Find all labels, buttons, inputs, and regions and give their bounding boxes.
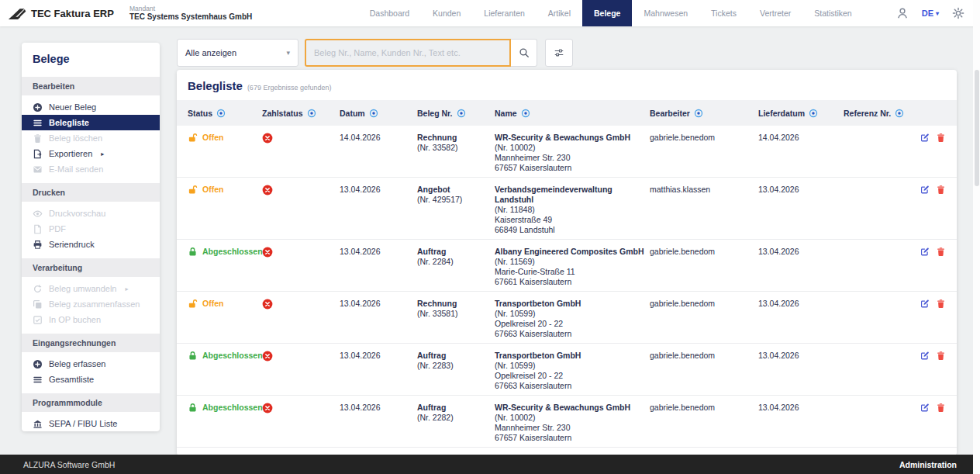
column-header-bearbeiter[interactable]: Bearbeiter bbox=[650, 109, 758, 118]
search-button[interactable] bbox=[511, 39, 537, 67]
table-row[interactable]: Abgeschlossen13.04.2026Auftrag(Nr. 2282)… bbox=[177, 396, 957, 448]
beleg-cell: Angebot(Nr. 429517) bbox=[417, 185, 495, 235]
table-row[interactable]: Abgeschlossen13.04.2026Auftrag(Nr. 2284)… bbox=[177, 240, 957, 292]
column-header-zahlstatus[interactable]: Zahlstatus bbox=[262, 109, 340, 118]
delete-button[interactable] bbox=[936, 247, 946, 257]
sidebar-item-sepa-fibu-liste[interactable]: SEPA / FIBU Liste bbox=[22, 416, 160, 431]
bank-icon bbox=[33, 419, 43, 429]
document-type: Rechnung bbox=[417, 299, 495, 309]
footer: ALZURA Software GmbH Administration bbox=[0, 455, 980, 474]
scrollbar-thumb[interactable] bbox=[975, 70, 979, 186]
row-actions bbox=[915, 351, 946, 391]
edit-button[interactable] bbox=[920, 133, 930, 143]
delete-button[interactable] bbox=[936, 403, 946, 413]
sidebar-item-label: Gesamtliste bbox=[49, 375, 94, 384]
sidebar-item-gesamtliste[interactable]: Gesamtliste bbox=[22, 372, 160, 387]
document-number: (Nr. 33582) bbox=[417, 143, 495, 153]
edit-button[interactable] bbox=[920, 185, 930, 195]
chevron-right-icon: ▸ bbox=[101, 151, 104, 157]
trash-icon bbox=[33, 133, 43, 144]
zahlstatus-cell bbox=[262, 403, 340, 443]
column-header-name[interactable]: Name bbox=[495, 109, 650, 118]
user-icon[interactable] bbox=[896, 7, 909, 19]
sidebar-item-beleg-erfassen[interactable]: Beleg erfassen bbox=[22, 356, 160, 372]
customer-name: Transportbeton GmbH bbox=[495, 299, 650, 309]
unpaid-x-circle-icon bbox=[262, 299, 273, 310]
delete-button[interactable] bbox=[936, 133, 946, 143]
nav-item-belege[interactable]: Belege bbox=[582, 0, 632, 26]
sidebar-item-neuer-beleg[interactable]: Neuer Beleg bbox=[22, 99, 160, 115]
advanced-filter-button[interactable] bbox=[545, 39, 573, 67]
customer-number: (Nr. 10002) bbox=[495, 143, 650, 153]
sidebar-item-label: Exportieren bbox=[49, 149, 92, 158]
column-header-referenz-nr[interactable]: Referenz Nr. bbox=[844, 109, 915, 118]
language-selector[interactable]: DE ▾ bbox=[922, 9, 939, 18]
nav-item-kunden[interactable]: Kunden bbox=[421, 0, 472, 26]
datum-cell: 14.04.2026 bbox=[340, 133, 417, 173]
referenz-cell bbox=[844, 247, 915, 287]
nav-item-tickets[interactable]: Tickets bbox=[699, 0, 748, 26]
zahlstatus-cell bbox=[262, 133, 340, 173]
list-icon bbox=[33, 375, 43, 385]
sidebar: Belege BearbeitenNeuer BelegBeleglisteBe… bbox=[22, 43, 160, 431]
lock-open-icon bbox=[188, 185, 198, 195]
sidebar-item-beleg-l-schen: Beleg löschen bbox=[22, 130, 160, 146]
filter-select[interactable]: Alle anzeigen ▾ bbox=[177, 39, 298, 67]
table-row[interactable]: Abgeschlossen13.04.2026Auftrag(Nr. 2283)… bbox=[177, 344, 957, 396]
datum-cell: 13.04.2026 bbox=[340, 351, 417, 391]
nav-item-statistiken[interactable]: Statistiken bbox=[802, 0, 863, 26]
row-actions bbox=[915, 403, 946, 443]
sidebar-item-seriendruck[interactable]: Seriendruck bbox=[22, 237, 160, 252]
customer-street: Opelkreisel 20 - 22 bbox=[495, 319, 650, 329]
sidebar-item-exportieren[interactable]: Exportieren▸ bbox=[22, 146, 160, 161]
delete-button[interactable] bbox=[936, 185, 946, 195]
table-row[interactable]: Offen13.04.2026Angebot(Nr. 429517)Verban… bbox=[177, 178, 957, 240]
customer-city: 67663 Kaiserslautern bbox=[495, 329, 650, 339]
column-header-beleg-nr[interactable]: Beleg Nr. bbox=[417, 109, 495, 118]
column-header-status[interactable]: Status bbox=[188, 109, 262, 118]
nav-item-lieferanten[interactable]: Lieferanten bbox=[472, 0, 537, 26]
column-header-datum[interactable]: Datum bbox=[340, 109, 417, 118]
lock-closed-icon bbox=[188, 403, 198, 413]
customer-city: 67657 Kaiserslautern bbox=[495, 163, 650, 173]
app-logo[interactable]: TEC Faktura ERP bbox=[0, 6, 117, 20]
delete-button[interactable] bbox=[936, 299, 946, 309]
document-number: (Nr. 2282) bbox=[417, 413, 495, 423]
customer-street: Kaiserstraße 49 bbox=[495, 215, 650, 225]
settings-gear-icon[interactable] bbox=[952, 7, 964, 19]
sort-icon bbox=[521, 109, 530, 118]
edit-button[interactable] bbox=[920, 351, 930, 361]
edit-button[interactable] bbox=[920, 403, 930, 413]
sidebar-item-label: Neuer Beleg bbox=[49, 102, 96, 112]
main-content: Alle anzeigen ▾ Belegliste (679 Ergebnis… bbox=[177, 39, 957, 455]
nav-item-dashboard[interactable]: Dashboard bbox=[358, 0, 421, 26]
sidebar-item-e-mail-senden: E-Mail senden bbox=[22, 161, 160, 177]
nav-item-artikel[interactable]: Artikel bbox=[537, 0, 582, 26]
delete-button[interactable] bbox=[936, 351, 946, 361]
table-row[interactable]: Offen13.04.2026Rechnung(Nr. 33581)Transp… bbox=[177, 292, 957, 344]
lieferdatum-cell: 13.04.2026 bbox=[758, 403, 844, 443]
edit-button[interactable] bbox=[920, 299, 930, 309]
status-label: Abgeschlossen bbox=[202, 351, 263, 361]
customer-street: Marie-Curie-Straße 11 bbox=[495, 267, 650, 277]
nav-item-mahnwesen[interactable]: Mahnwesen bbox=[632, 0, 699, 26]
sidebar-item-belegliste[interactable]: Belegliste bbox=[22, 115, 160, 130]
search-input[interactable] bbox=[305, 39, 511, 67]
scrollbar[interactable] bbox=[973, 0, 980, 474]
printer-icon bbox=[33, 240, 43, 250]
sidebar-item-label: Seriendruck bbox=[49, 240, 95, 249]
edit-button[interactable] bbox=[920, 247, 930, 257]
search-icon bbox=[519, 47, 530, 58]
nav-item-vertreter[interactable]: Vertreter bbox=[748, 0, 802, 26]
top-navbar: TEC Faktura ERP Mandant TEC Systems Syst… bbox=[0, 0, 980, 26]
name-cell: WR-Security & Bewachungs GmbH(Nr. 10002)… bbox=[495, 403, 650, 443]
search-group bbox=[305, 39, 537, 67]
column-label: Lieferdatum bbox=[758, 109, 805, 118]
footer-administration-link[interactable]: Administration bbox=[899, 460, 957, 469]
chevron-down-icon: ▾ bbox=[936, 10, 939, 17]
list-title-row: Belegliste (679 Ergebnisse gefunden) bbox=[177, 70, 957, 100]
table-row[interactable]: Offen14.04.2026Rechnung(Nr. 33582)WR-Sec… bbox=[177, 126, 957, 178]
customer-city: 67661 Kaiserslautern bbox=[495, 277, 650, 287]
file-icon bbox=[33, 224, 43, 234]
column-header-lieferdatum[interactable]: Lieferdatum bbox=[758, 109, 844, 118]
